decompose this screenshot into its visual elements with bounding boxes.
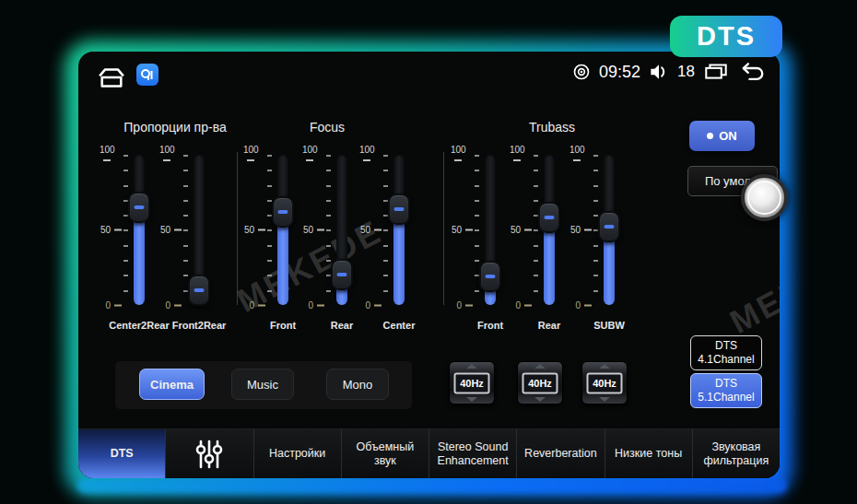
scale-ticks: [267, 155, 272, 305]
slider-thumb[interactable]: [331, 259, 353, 290]
group-title-proportions: Пропорции пр-ва: [97, 120, 253, 135]
status-bar: 09:52 18: [78, 57, 780, 90]
home-icon: [100, 69, 123, 76]
group-divider: [443, 152, 444, 305]
clock: 09:52: [599, 63, 640, 82]
slider-thumb[interactable]: [128, 192, 150, 223]
scale-min-label: 0: [165, 300, 182, 311]
mode-mono-button[interactable]: Mono: [326, 369, 389, 400]
scale-max-label: 100: [510, 145, 532, 165]
slider-thumb[interactable]: [598, 211, 620, 242]
scale-max-label: 100: [569, 145, 592, 165]
scale-mid-label: 50: [452, 225, 473, 235]
mode-cinema-button[interactable]: Cinema: [139, 369, 205, 400]
scale-min-label: 0: [308, 300, 324, 311]
home-button[interactable]: [95, 64, 128, 90]
scale-mid-label: 50: [570, 225, 592, 235]
bottom-tab-bar: DTS Настройки Объемный звук Stereo Sound…: [78, 428, 780, 478]
frequency-stepper-2[interactable]: 40Hz: [517, 361, 563, 404]
head-unit-screen: MEKEDE MEKEDE 09:52: [78, 52, 780, 478]
scale-max-label: 100: [100, 145, 122, 165]
scale-min-label: 0: [575, 300, 592, 311]
chevron-up-icon[interactable]: [534, 364, 546, 369]
bezel-glow-bottom: [77, 478, 787, 493]
tab-reverberation[interactable]: Reverberation: [516, 429, 604, 478]
tab-settings[interactable]: Настройки: [253, 429, 341, 478]
tab-equalizer[interactable]: [165, 429, 252, 478]
slider-track[interactable]: [277, 155, 288, 305]
slider-track[interactable]: [544, 155, 555, 305]
on-label: ON: [719, 129, 737, 143]
scale-max-label: 100: [159, 145, 182, 165]
scale-max-label: 100: [243, 145, 265, 165]
tab-stereo-sound-enhancement[interactable]: Stereo Sound Enhancement: [428, 429, 516, 478]
slider-track[interactable]: [604, 155, 615, 305]
frequency-value: 40Hz: [587, 372, 623, 393]
scale-max-label: 100: [359, 145, 382, 165]
slider-label: SUBW: [545, 320, 674, 331]
chevron-up-icon[interactable]: [466, 364, 477, 369]
slider-thumb[interactable]: [388, 193, 410, 225]
volume-icon: [649, 62, 669, 82]
scale-max-label: 100: [451, 145, 473, 165]
slider-thumb[interactable]: [272, 196, 294, 228]
scale-mid-label: 50: [511, 225, 532, 235]
scale-min-label: 0: [249, 300, 265, 311]
tab-dts[interactable]: DTS: [78, 429, 165, 478]
scale-min-label: 0: [515, 300, 532, 311]
volume-level: 18: [677, 63, 695, 81]
dts-51channel-button[interactable]: DTS 5.1Channel: [690, 373, 762, 408]
scale-min-label: 0: [365, 300, 382, 311]
scale-mid-label: 50: [360, 225, 382, 235]
slider-subwoofer[interactable]: 100 50 0 SUBW: [569, 155, 649, 348]
watermark: MEKEDE: [723, 233, 780, 342]
slider-track[interactable]: [194, 155, 205, 305]
frequency-value: 40Hz: [454, 372, 490, 393]
scale-min-label: 0: [105, 300, 122, 311]
tab-low-tones[interactable]: Низкие тоны: [605, 429, 692, 478]
mode-button-group: Cinema Music Mono: [115, 361, 412, 409]
scale-min-label: 0: [456, 300, 473, 311]
recent-apps-button[interactable]: [703, 62, 729, 82]
slider-track[interactable]: [485, 155, 496, 305]
chevron-down-icon[interactable]: [466, 397, 477, 402]
dts-41channel-button[interactable]: DTS 4.1Channel: [690, 335, 762, 370]
slider-track[interactable]: [336, 155, 347, 305]
slider-track[interactable]: [393, 155, 405, 305]
back-button[interactable]: [737, 61, 765, 83]
group-title-trubass: Trubass: [474, 120, 630, 135]
chevron-down-icon[interactable]: [599, 397, 610, 402]
slider-thumb[interactable]: [188, 275, 210, 306]
scale-mid-label: 50: [100, 225, 122, 235]
scale-ticks: [123, 155, 128, 305]
on-indicator-dot: [707, 133, 713, 139]
slider-track[interactable]: [134, 155, 145, 305]
frequency-stepper-1[interactable]: 40Hz: [449, 361, 495, 404]
scale-ticks: [534, 155, 538, 305]
on-toggle-button[interactable]: ON: [689, 121, 755, 151]
slider-thumb[interactable]: [479, 261, 501, 292]
chevron-down-icon[interactable]: [534, 397, 546, 402]
scale-ticks: [383, 155, 388, 305]
frequency-stepper-3[interactable]: 40Hz: [581, 361, 628, 404]
mode-music-button[interactable]: Music: [231, 369, 294, 400]
frequency-value: 40Hz: [522, 372, 558, 393]
scale-mid-label: 50: [244, 225, 265, 235]
slider-thumb[interactable]: [538, 202, 560, 233]
sound-effect-app-button[interactable]: [136, 64, 158, 86]
scale-mid-label: 50: [303, 225, 324, 235]
chevron-up-icon[interactable]: [599, 364, 610, 369]
volume-knob[interactable]: [741, 174, 788, 221]
broadcast-icon: [572, 63, 591, 81]
mixer-icon: [194, 439, 225, 470]
equalizer-app-icon: [140, 67, 155, 82]
dts-brand-badge: DTS: [670, 16, 782, 57]
tab-surround-sound[interactable]: Объемный звук: [341, 429, 428, 478]
tab-sound-filtering[interactable]: Звуковая фильтрация: [692, 429, 780, 478]
scale-max-label: 100: [302, 145, 324, 165]
scale-mid-label: 50: [160, 225, 182, 235]
group-title-focus: Focus: [249, 120, 405, 135]
